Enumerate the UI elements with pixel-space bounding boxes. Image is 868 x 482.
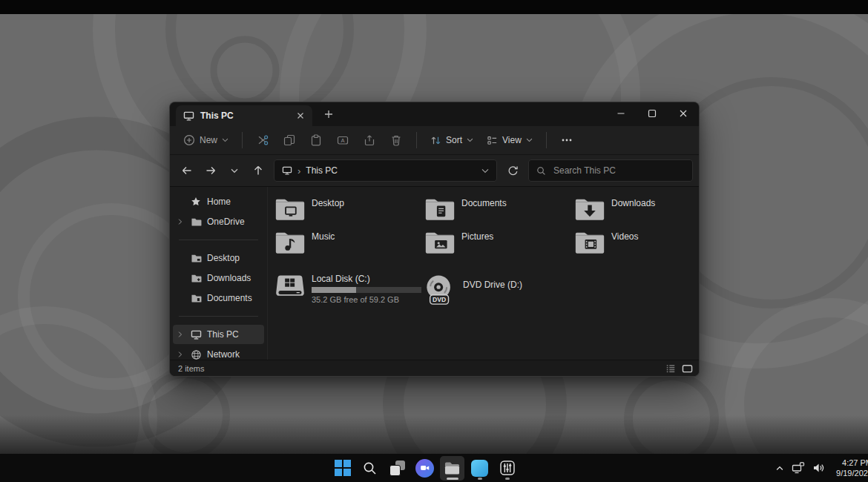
- refresh-button[interactable]: [502, 159, 524, 182]
- toolbar-divider: [416, 132, 417, 148]
- folder-label: Videos: [611, 231, 638, 259]
- chevron-down-icon: [222, 138, 228, 142]
- folder-tile-videos[interactable]: Videos: [574, 231, 700, 259]
- view-list-icon: [487, 135, 498, 146]
- task-view-icon: [389, 460, 405, 476]
- more-options-button[interactable]: [554, 129, 579, 151]
- sidebar-item-home[interactable]: Home: [173, 192, 264, 211]
- new-button-label: New: [200, 135, 217, 145]
- paste-button[interactable]: [303, 129, 329, 151]
- tab-title: This PC: [200, 110, 287, 121]
- network-globe-icon: [190, 349, 202, 360]
- screen-top-letterbox: [0, 0, 868, 14]
- tab-close-button[interactable]: [293, 108, 308, 123]
- chevron-down-icon: [467, 138, 473, 142]
- disk-usage-bar: [312, 287, 421, 293]
- copy-button[interactable]: [277, 129, 302, 151]
- taskbar-search-button[interactable]: [358, 456, 382, 481]
- svg-text:A: A: [341, 137, 345, 144]
- minimize-button[interactable]: [605, 102, 637, 125]
- network-tray-icon[interactable]: [792, 462, 805, 474]
- breadcrumb-this-pc[interactable]: This PC: [306, 165, 338, 176]
- volume-tray-icon[interactable]: [812, 462, 825, 474]
- search-box[interactable]: [528, 159, 693, 182]
- taskbar-blue-app-button[interactable]: [467, 456, 492, 481]
- titlebar: This PC: [170, 102, 699, 126]
- sidebar-divider: [179, 316, 258, 317]
- share-button[interactable]: [357, 129, 382, 151]
- sort-button-label: Sort: [446, 135, 462, 145]
- new-button[interactable]: New: [177, 129, 234, 151]
- plus-circle-icon: [183, 134, 195, 146]
- hard-drive-icon: [274, 274, 306, 306]
- navigation-pane: Home OneDrive Desktop: [170, 187, 268, 360]
- folder-tile-downloads[interactable]: Downloads: [574, 197, 700, 225]
- folder-icon: [190, 254, 202, 263]
- items-view: Desktop Documents Downloads: [268, 187, 700, 360]
- search-icon: [536, 166, 546, 176]
- chevron-down-icon: [526, 138, 533, 142]
- taskbar: 4:27 PM 9/19/2023: [0, 454, 868, 482]
- drive-name: Local Disk (C:): [312, 274, 421, 284]
- address-dropdown-chevron[interactable]: [481, 168, 489, 174]
- sidebar-item-downloads[interactable]: Downloads: [173, 268, 264, 288]
- windows-logo-icon: [335, 460, 351, 476]
- taskbar-mixer-app-button[interactable]: [495, 456, 519, 481]
- chat-camera-icon: [415, 459, 434, 478]
- chat-button[interactable]: [412, 456, 437, 481]
- dvd-disc-icon: DVD: [424, 274, 457, 306]
- task-view-button[interactable]: [385, 456, 410, 481]
- maximize-button[interactable]: [637, 102, 668, 125]
- forward-button[interactable]: [200, 159, 222, 182]
- folder-icon: [190, 217, 202, 227]
- folder-tile-music[interactable]: Music: [274, 231, 424, 259]
- tab-this-pc[interactable]: This PC: [176, 105, 312, 126]
- search-input[interactable]: [552, 165, 685, 176]
- drive-tile-local-disk-c[interactable]: Local Disk (C:) 35.2 GB free of 59.2 GB: [274, 274, 424, 306]
- address-breadcrumb[interactable]: › This PC: [274, 159, 497, 182]
- tray-chevron-up-icon[interactable]: [775, 464, 784, 472]
- folder-icon: [190, 294, 202, 303]
- close-button[interactable]: [668, 102, 699, 125]
- back-button[interactable]: [176, 159, 198, 182]
- disk-usage-fill: [312, 287, 356, 293]
- up-button[interactable]: [247, 159, 269, 182]
- view-button[interactable]: View: [481, 129, 539, 151]
- folder-label: Desktop: [312, 198, 344, 225]
- breadcrumb-separator: ›: [297, 166, 300, 176]
- clock-time: 4:27 PM: [832, 458, 868, 468]
- sidebar-item-this-pc[interactable]: This PC: [173, 325, 264, 344]
- sidebar-item-onedrive[interactable]: OneDrive: [173, 212, 264, 231]
- sidebar-item-desktop[interactable]: Desktop: [173, 248, 264, 268]
- folder-documents-icon: [424, 197, 456, 222]
- folder-videos-icon: [574, 231, 605, 256]
- sort-button[interactable]: Sort: [424, 129, 479, 151]
- cut-button[interactable]: [250, 129, 275, 151]
- recent-locations-chevron[interactable]: [223, 159, 246, 182]
- rename-button[interactable]: A: [330, 129, 355, 151]
- sliders-icon: [499, 460, 516, 476]
- folder-pictures-icon: [424, 231, 456, 256]
- drive-tile-dvd-d[interactable]: DVD DVD Drive (D:): [424, 274, 574, 306]
- items-count: 2 items: [178, 364, 204, 373]
- sidebar-item-documents[interactable]: Documents: [173, 288, 264, 308]
- chevron-right-icon[interactable]: [176, 218, 185, 225]
- taskbar-file-explorer-button[interactable]: [440, 456, 464, 481]
- folder-tile-pictures[interactable]: Pictures: [424, 231, 574, 259]
- details-view-toggle[interactable]: [665, 363, 676, 374]
- clock[interactable]: 4:27 PM 9/19/2023: [832, 458, 868, 479]
- delete-button[interactable]: [384, 129, 409, 151]
- wallpaper-bottom-shadow: [0, 415, 868, 454]
- file-explorer-window: This PC New: [169, 102, 700, 377]
- chevron-right-icon[interactable]: [176, 331, 185, 338]
- chevron-right-icon[interactable]: [176, 351, 185, 358]
- start-button[interactable]: [330, 456, 355, 481]
- sidebar-divider: [179, 240, 258, 240]
- folder-tile-desktop[interactable]: Desktop: [274, 197, 424, 225]
- folder-label: Documents: [461, 198, 507, 225]
- folder-tile-documents[interactable]: Documents: [424, 197, 574, 225]
- monitor-icon: [183, 111, 194, 121]
- status-bar: 2 items: [170, 360, 699, 376]
- new-tab-button[interactable]: [318, 104, 339, 125]
- large-icons-view-toggle[interactable]: [682, 363, 693, 374]
